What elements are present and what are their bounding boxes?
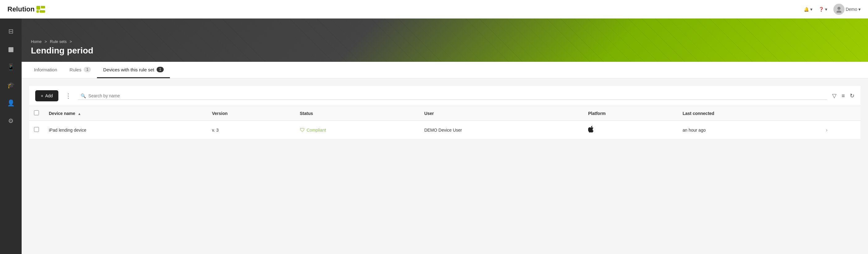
main-wrapper: Home > Rule sets > Lending period Inform… [22, 19, 868, 147]
sidebar: ⊟ ▦ 📱 🎓 👤 ⚙ [0, 19, 22, 147]
user-btn[interactable]: Demo ▾ [833, 4, 861, 15]
select-all-checkbox[interactable] [34, 110, 39, 115]
avatar [833, 4, 844, 15]
tab-devices[interactable]: Devices with this rule set 1 [97, 62, 170, 78]
add-icon: + [41, 93, 43, 98]
row-platform [583, 121, 678, 139]
tabs-bar: Information Rules 1 Devices with this ru… [22, 62, 868, 78]
svg-point-5 [836, 10, 841, 13]
devices-table: Device name ▲ Version Status User [29, 106, 861, 139]
toolbar: + Add ⋮ 🔍 ▽ ≡ ↻ [29, 86, 861, 106]
list-view-icon[interactable]: ≡ [841, 93, 845, 99]
toolbar-right: ▽ ≡ ↻ [832, 92, 855, 99]
devices-icon: ▦ [8, 45, 14, 53]
topnav-right: 🔔 ▾ ❓ ▾ Demo ▾ [804, 4, 861, 15]
col-device-name-label: Device name [49, 111, 75, 116]
table-row: iPad lending device v. 3 🛡 Compliant DEM… [29, 121, 861, 139]
row-checkbox[interactable] [34, 127, 39, 132]
sidebar-item-users[interactable]: 👤 [3, 95, 19, 110]
logo-text: Relution [7, 5, 35, 13]
tab-rules-badge: 1 [84, 67, 91, 72]
row-chevron-right-icon[interactable]: › [826, 127, 827, 133]
col-user: User [419, 106, 583, 121]
svg-rect-2 [36, 10, 39, 13]
svg-rect-1 [41, 6, 45, 8]
tab-information[interactable]: Information [28, 62, 63, 78]
col-last-connected-label: Last connected [683, 111, 714, 116]
breadcrumb-sep1: > [44, 39, 48, 44]
apple-icon [588, 127, 594, 134]
app-logo[interactable]: Relution [7, 5, 45, 13]
user-chevron: ▾ [859, 7, 861, 12]
sidebar-item-settings[interactable]: ⚙ [3, 113, 19, 129]
col-checkbox [29, 106, 44, 121]
help-icon: ❓ [818, 7, 824, 12]
page-title: Lending period [31, 46, 859, 56]
dashboard-icon: ⊟ [8, 28, 13, 35]
settings-icon: ⚙ [8, 117, 13, 125]
sidebar-item-mobile[interactable]: 📱 [3, 59, 19, 75]
col-version: Version [207, 106, 295, 121]
filter-icon[interactable]: ▽ [832, 92, 836, 99]
breadcrumb-rule-sets[interactable]: Rule sets [50, 39, 67, 44]
help-chevron: ▾ [825, 7, 827, 12]
sidebar-item-education[interactable]: 🎓 [3, 77, 19, 93]
tab-rules[interactable]: Rules 1 [63, 62, 97, 78]
col-device-name[interactable]: Device name ▲ [44, 106, 207, 121]
tab-devices-badge: 1 [157, 67, 164, 72]
col-status-label: Status [300, 111, 313, 116]
row-status: 🛡 Compliant [295, 121, 420, 139]
help-btn[interactable]: ❓ ▾ [818, 7, 827, 12]
svg-rect-0 [36, 6, 40, 9]
add-label: Add [45, 93, 53, 98]
bell-icon: 🔔 [804, 7, 809, 12]
col-action [821, 106, 861, 121]
topnav: Relution 🔔 ▾ ❓ ▾ Demo ▾ [0, 0, 868, 19]
row-action[interactable]: › [821, 121, 861, 139]
col-platform: Platform [583, 106, 678, 121]
col-platform-label: Platform [588, 111, 606, 116]
tab-devices-label: Devices with this rule set [103, 67, 154, 72]
shield-icon: 🛡 [300, 127, 305, 133]
search-icon: 🔍 [81, 93, 86, 98]
notification-btn[interactable]: 🔔 ▾ [804, 7, 812, 12]
tab-information-label: Information [34, 67, 57, 72]
row-checkbox-cell [29, 121, 44, 139]
col-version-label: Version [212, 111, 228, 116]
search-wrap: 🔍 [78, 92, 827, 100]
breadcrumb-sep2: > [69, 39, 72, 44]
content-area: + Add ⋮ 🔍 ▽ ≡ ↻ [22, 78, 868, 147]
row-version: v. 3 [207, 121, 295, 139]
more-options-button[interactable]: ⋮ [63, 91, 73, 101]
refresh-icon[interactable]: ↻ [850, 92, 855, 99]
table-wrap: Device name ▲ Version Status User [29, 106, 861, 139]
sort-arrow-icon: ▲ [78, 112, 81, 116]
users-icon: 👤 [7, 99, 15, 106]
notification-chevron: ▾ [810, 7, 812, 12]
col-status: Status [295, 106, 420, 121]
row-user: DEMO Device User [419, 121, 583, 139]
sidebar-item-devices[interactable]: ▦ [3, 41, 19, 57]
education-icon: 🎓 [7, 81, 15, 89]
page-banner: Home > Rule sets > Lending period [22, 19, 868, 62]
mobile-icon: 📱 [7, 63, 15, 71]
status-compliant: 🛡 Compliant [300, 127, 414, 133]
breadcrumb-home[interactable]: Home [31, 39, 42, 44]
row-device-name[interactable]: iPad lending device [44, 121, 207, 139]
search-input[interactable] [88, 93, 825, 98]
table-header-row: Device name ▲ Version Status User [29, 106, 861, 121]
col-user-label: User [424, 111, 434, 116]
svg-rect-3 [39, 10, 45, 13]
col-last-connected: Last connected [678, 106, 821, 121]
logo-icon [36, 6, 45, 13]
user-label: Demo [846, 7, 857, 12]
status-label: Compliant [307, 128, 326, 133]
svg-point-4 [837, 7, 840, 10]
breadcrumb: Home > Rule sets > [31, 39, 859, 44]
tab-rules-label: Rules [69, 67, 81, 72]
add-button[interactable]: + Add [35, 90, 58, 101]
row-last-connected: an hour ago [678, 121, 821, 139]
sidebar-item-dashboard[interactable]: ⊟ [3, 24, 19, 39]
